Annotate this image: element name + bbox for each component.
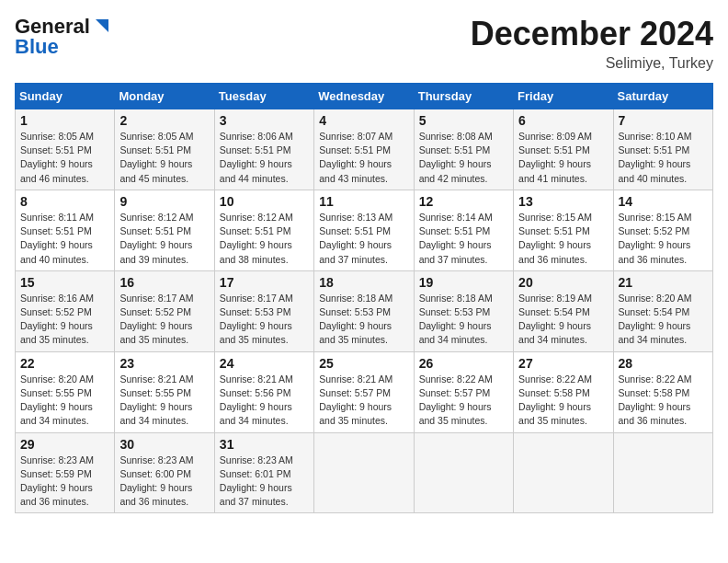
calendar-cell: 29Sunrise: 8:23 AMSunset: 5:59 PMDayligh…	[16, 432, 115, 513]
day-info: Sunrise: 8:08 AMSunset: 5:51 PMDaylight:…	[419, 130, 508, 186]
day-number: 19	[419, 275, 508, 290]
calendar-cell	[314, 432, 414, 513]
day-number: 28	[619, 356, 708, 371]
day-info: Sunrise: 8:22 AMSunset: 5:58 PMDaylight:…	[619, 373, 708, 429]
logo: General Blue	[15, 15, 112, 59]
day-number: 24	[220, 356, 309, 371]
day-number: 21	[619, 275, 708, 290]
weekday-header-wednesday: Wednesday	[314, 84, 414, 109]
day-number: 26	[419, 356, 508, 371]
calendar-cell	[414, 432, 513, 513]
day-number: 7	[619, 113, 708, 128]
day-number: 22	[20, 356, 109, 371]
calendar-cell: 11Sunrise: 8:13 AMSunset: 5:51 PMDayligh…	[314, 190, 414, 270]
logo-blue: Blue	[15, 35, 59, 59]
calendar-cell: 9Sunrise: 8:12 AMSunset: 5:51 PMDaylight…	[115, 190, 214, 270]
calendar-cell: 10Sunrise: 8:12 AMSunset: 5:51 PMDayligh…	[214, 190, 313, 270]
calendar-cell: 19Sunrise: 8:18 AMSunset: 5:53 PMDayligh…	[414, 270, 513, 351]
calendar-cell: 7Sunrise: 8:10 AMSunset: 5:51 PMDaylight…	[613, 109, 712, 190]
day-info: Sunrise: 8:19 AMSunset: 5:54 PMDaylight:…	[518, 292, 608, 348]
calendar-cell: 1Sunrise: 8:05 AMSunset: 5:51 PMDaylight…	[16, 109, 115, 190]
day-number: 15	[20, 275, 109, 290]
day-info: Sunrise: 8:20 AMSunset: 5:54 PMDaylight:…	[619, 292, 708, 348]
day-info: Sunrise: 8:10 AMSunset: 5:51 PMDaylight:…	[619, 130, 708, 186]
calendar-cell: 23Sunrise: 8:21 AMSunset: 5:55 PMDayligh…	[115, 351, 214, 432]
calendar-cell: 4Sunrise: 8:07 AMSunset: 5:51 PMDaylight…	[314, 109, 414, 190]
calendar-week-5: 29Sunrise: 8:23 AMSunset: 5:59 PMDayligh…	[16, 432, 713, 513]
calendar-cell: 5Sunrise: 8:08 AMSunset: 5:51 PMDaylight…	[414, 109, 513, 190]
calendar-cell: 28Sunrise: 8:22 AMSunset: 5:58 PMDayligh…	[613, 351, 712, 432]
day-info: Sunrise: 8:05 AMSunset: 5:51 PMDaylight:…	[119, 130, 209, 186]
calendar-cell: 13Sunrise: 8:15 AMSunset: 5:51 PMDayligh…	[514, 190, 613, 270]
day-info: Sunrise: 8:21 AMSunset: 5:55 PMDaylight:…	[119, 373, 209, 429]
day-info: Sunrise: 8:16 AMSunset: 5:52 PMDaylight:…	[20, 292, 109, 348]
day-info: Sunrise: 8:05 AMSunset: 5:51 PMDaylight:…	[20, 130, 109, 186]
weekday-header-monday: Monday	[115, 84, 214, 109]
day-info: Sunrise: 8:21 AMSunset: 5:56 PMDaylight:…	[220, 373, 309, 429]
month-title: December 2024	[471, 15, 713, 53]
day-info: Sunrise: 8:22 AMSunset: 5:58 PMDaylight:…	[518, 373, 608, 429]
calendar-cell: 30Sunrise: 8:23 AMSunset: 6:00 PMDayligh…	[115, 432, 214, 513]
calendar-cell: 27Sunrise: 8:22 AMSunset: 5:58 PMDayligh…	[514, 351, 613, 432]
day-number: 12	[419, 194, 508, 209]
weekday-header-row: SundayMondayTuesdayWednesdayThursdayFrid…	[16, 84, 713, 109]
calendar-cell: 14Sunrise: 8:15 AMSunset: 5:52 PMDayligh…	[613, 190, 712, 270]
calendar-cell: 15Sunrise: 8:16 AMSunset: 5:52 PMDayligh…	[16, 270, 115, 351]
day-info: Sunrise: 8:14 AMSunset: 5:51 PMDaylight:…	[419, 211, 508, 267]
calendar-cell	[613, 432, 712, 513]
calendar-cell: 18Sunrise: 8:18 AMSunset: 5:53 PMDayligh…	[314, 270, 414, 351]
logo-arrow-icon	[92, 16, 112, 36]
day-info: Sunrise: 8:09 AMSunset: 5:51 PMDaylight:…	[518, 130, 608, 186]
location: Selimiye, Turkey	[471, 55, 713, 72]
calendar-cell: 21Sunrise: 8:20 AMSunset: 5:54 PMDayligh…	[613, 270, 712, 351]
weekday-header-saturday: Saturday	[613, 84, 712, 109]
day-info: Sunrise: 8:13 AMSunset: 5:51 PMDaylight:…	[319, 211, 408, 267]
calendar-week-1: 1Sunrise: 8:05 AMSunset: 5:51 PMDaylight…	[16, 109, 713, 190]
weekday-header-friday: Friday	[514, 84, 613, 109]
calendar-cell: 20Sunrise: 8:19 AMSunset: 5:54 PMDayligh…	[514, 270, 613, 351]
day-number: 30	[119, 437, 209, 452]
day-info: Sunrise: 8:12 AMSunset: 5:51 PMDaylight:…	[220, 211, 309, 267]
day-number: 9	[119, 194, 209, 209]
calendar-week-3: 15Sunrise: 8:16 AMSunset: 5:52 PMDayligh…	[16, 270, 713, 351]
calendar-cell: 17Sunrise: 8:17 AMSunset: 5:53 PMDayligh…	[214, 270, 313, 351]
calendar-cell: 26Sunrise: 8:22 AMSunset: 5:57 PMDayligh…	[414, 351, 513, 432]
day-number: 1	[20, 113, 109, 128]
day-info: Sunrise: 8:12 AMSunset: 5:51 PMDaylight:…	[119, 211, 209, 267]
day-number: 11	[319, 194, 408, 209]
weekday-header-sunday: Sunday	[16, 84, 115, 109]
day-info: Sunrise: 8:15 AMSunset: 5:51 PMDaylight:…	[518, 211, 608, 267]
day-number: 10	[220, 194, 309, 209]
calendar-cell: 6Sunrise: 8:09 AMSunset: 5:51 PMDaylight…	[514, 109, 613, 190]
day-number: 13	[518, 194, 608, 209]
calendar-cell: 31Sunrise: 8:23 AMSunset: 6:01 PMDayligh…	[214, 432, 313, 513]
day-number: 20	[518, 275, 608, 290]
day-number: 5	[419, 113, 508, 128]
day-number: 27	[518, 356, 608, 371]
day-number: 17	[220, 275, 309, 290]
day-info: Sunrise: 8:15 AMSunset: 5:52 PMDaylight:…	[619, 211, 708, 267]
day-number: 29	[20, 437, 109, 452]
calendar-cell: 8Sunrise: 8:11 AMSunset: 5:51 PMDaylight…	[16, 190, 115, 270]
day-info: Sunrise: 8:07 AMSunset: 5:51 PMDaylight:…	[319, 130, 408, 186]
calendar-cell: 3Sunrise: 8:06 AMSunset: 5:51 PMDaylight…	[214, 109, 313, 190]
day-info: Sunrise: 8:23 AMSunset: 6:01 PMDaylight:…	[220, 454, 309, 510]
day-info: Sunrise: 8:18 AMSunset: 5:53 PMDaylight:…	[419, 292, 508, 348]
calendar-week-2: 8Sunrise: 8:11 AMSunset: 5:51 PMDaylight…	[16, 190, 713, 270]
day-number: 4	[319, 113, 408, 128]
svg-marker-0	[96, 19, 108, 32]
calendar-cell: 2Sunrise: 8:05 AMSunset: 5:51 PMDaylight…	[115, 109, 214, 190]
day-info: Sunrise: 8:17 AMSunset: 5:53 PMDaylight:…	[220, 292, 309, 348]
weekday-header-thursday: Thursday	[414, 84, 513, 109]
calendar-cell: 12Sunrise: 8:14 AMSunset: 5:51 PMDayligh…	[414, 190, 513, 270]
day-number: 23	[119, 356, 209, 371]
calendar-cell: 16Sunrise: 8:17 AMSunset: 5:52 PMDayligh…	[115, 270, 214, 351]
day-number: 25	[319, 356, 408, 371]
calendar-week-4: 22Sunrise: 8:20 AMSunset: 5:55 PMDayligh…	[16, 351, 713, 432]
calendar-cell: 24Sunrise: 8:21 AMSunset: 5:56 PMDayligh…	[214, 351, 313, 432]
calendar-cell	[514, 432, 613, 513]
weekday-header-tuesday: Tuesday	[214, 84, 313, 109]
day-number: 6	[518, 113, 608, 128]
day-info: Sunrise: 8:21 AMSunset: 5:57 PMDaylight:…	[319, 373, 408, 429]
day-info: Sunrise: 8:23 AMSunset: 5:59 PMDaylight:…	[20, 454, 109, 510]
